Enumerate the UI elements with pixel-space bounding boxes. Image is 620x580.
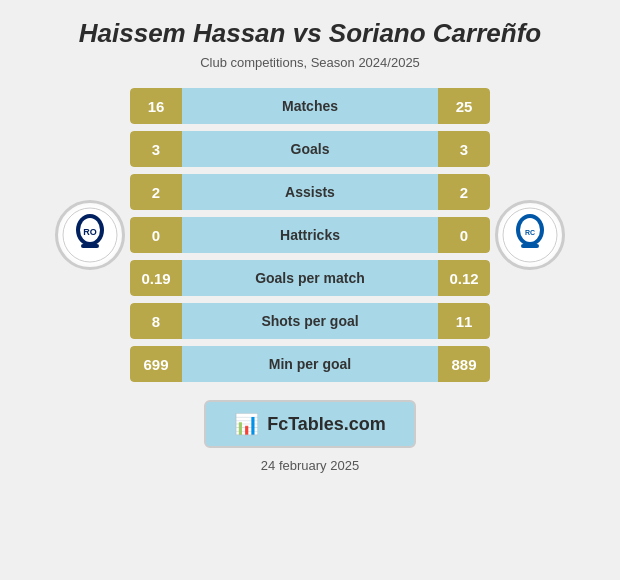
svg-text:RC: RC xyxy=(525,229,535,236)
stat-row: 0Hattricks0 xyxy=(130,217,490,253)
stat-left-value: 8 xyxy=(130,303,182,339)
stat-label: Goals per match xyxy=(182,260,438,296)
stats-rows: 16Matches253Goals32Assists20Hattricks00.… xyxy=(130,88,490,382)
stat-right-value: 889 xyxy=(438,346,490,382)
date-text: 24 february 2025 xyxy=(261,458,359,473)
stat-right-value: 25 xyxy=(438,88,490,124)
page-container: Haissem Hassan vs Soriano Carreñfo Club … xyxy=(0,0,620,580)
stat-right-value: 3 xyxy=(438,131,490,167)
stat-row: 3Goals3 xyxy=(130,131,490,167)
logo-left: RO xyxy=(50,200,130,270)
stat-right-value: 2 xyxy=(438,174,490,210)
stat-label: Min per goal xyxy=(182,346,438,382)
logo-right: RC xyxy=(490,200,570,270)
stat-left-value: 2 xyxy=(130,174,182,210)
page-subtitle: Club competitions, Season 2024/2025 xyxy=(200,55,420,70)
stat-left-value: 0 xyxy=(130,217,182,253)
stat-label: Hattricks xyxy=(182,217,438,253)
stat-row: 0.19Goals per match0.12 xyxy=(130,260,490,296)
stat-right-value: 0 xyxy=(438,217,490,253)
stat-left-value: 3 xyxy=(130,131,182,167)
stat-right-value: 11 xyxy=(438,303,490,339)
oviedo-logo: RO xyxy=(55,200,125,270)
svg-rect-4 xyxy=(81,244,99,248)
stat-row: 2Assists2 xyxy=(130,174,490,210)
stat-row: 699Min per goal889 xyxy=(130,346,490,382)
brand-icon: 📊 xyxy=(234,412,259,436)
brand-box: 📊 FcTables.com xyxy=(204,400,416,448)
brand-text: FcTables.com xyxy=(267,414,386,435)
deportivo-logo: RC xyxy=(495,200,565,270)
stat-left-value: 0.19 xyxy=(130,260,182,296)
stat-label: Goals xyxy=(182,131,438,167)
stat-right-value: 0.12 xyxy=(438,260,490,296)
stat-label: Assists xyxy=(182,174,438,210)
stat-label: Matches xyxy=(182,88,438,124)
svg-text:RO: RO xyxy=(83,227,97,237)
stat-label: Shots per goal xyxy=(182,303,438,339)
stat-left-value: 699 xyxy=(130,346,182,382)
stats-section: RO 16Matches253Goals32Assists20Hattricks… xyxy=(10,88,610,382)
stat-row: 16Matches25 xyxy=(130,88,490,124)
svg-rect-9 xyxy=(521,244,539,248)
page-title: Haissem Hassan vs Soriano Carreñfo xyxy=(79,18,541,49)
stat-row: 8Shots per goal11 xyxy=(130,303,490,339)
stat-left-value: 16 xyxy=(130,88,182,124)
